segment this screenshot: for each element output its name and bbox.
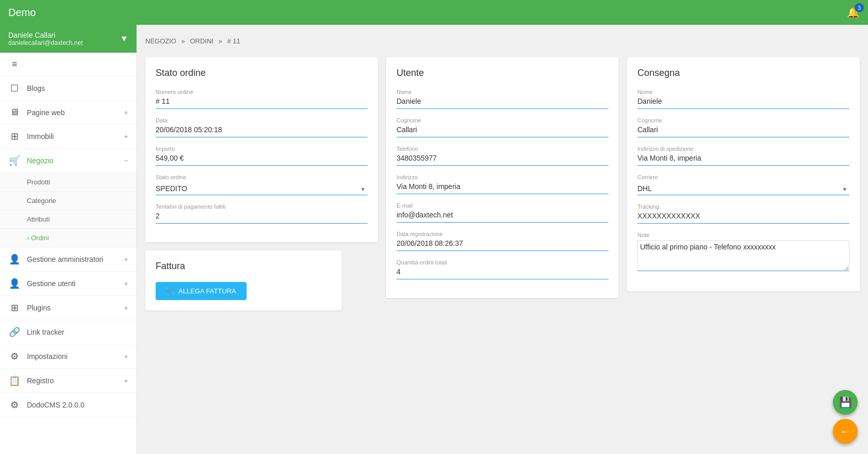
sidebar-item-label: Impostazioni: [27, 352, 68, 361]
plugins-icon: ⊞: [8, 302, 21, 314]
utente-nome-value: Daniele: [397, 97, 608, 109]
utente-indirizzo-group: Indirizzo Via Monti 8, imperia: [397, 174, 608, 194]
utente-email-group: E-mail info@daxtech.net: [397, 202, 608, 223]
consegna-corriere-group: Corriere DHL UPS FedEx GLS SDA: [637, 174, 849, 195]
negozio-submenu: Prodotti Categorie Attributi › Ordini: [0, 173, 136, 247]
consegna-nome-label: Nome: [637, 89, 849, 95]
consegna-note-group: Note Ufficio al primo piano - Telefono x…: [637, 232, 849, 273]
breadcrumb: NEGOZIO » ORDINI » # 11: [145, 33, 860, 49]
fab-container: 💾 ←: [833, 390, 858, 444]
consegna-note-input[interactable]: Ufficio al primo piano - Telefono xxxxxx…: [637, 240, 849, 271]
partial-icon: ≡: [8, 59, 21, 70]
plus-icon[interactable]: +: [124, 352, 128, 361]
sidebar-item-pagine-web[interactable]: 🖥 Pagine web +: [0, 101, 136, 124]
sidebar-item-label: Registro: [27, 377, 54, 385]
plus-icon[interactable]: +: [124, 255, 128, 263]
stato-select-wrapper: SPEDITO IN ATTESA CONFERMATO CONSEGNATO …: [156, 182, 368, 195]
sidebar-sub-prodotti[interactable]: Prodotti: [0, 173, 136, 192]
consegna-title: Consegna: [637, 68, 849, 79]
sidebar-item-registro[interactable]: 📋 Registro +: [0, 369, 136, 393]
back-button[interactable]: ←: [833, 419, 858, 444]
utente-quantita-label: Quantità ordini totali: [397, 259, 608, 265]
cards-grid: Stato ordine Numero ordine # 11 Data 20/…: [145, 57, 860, 310]
registro-icon: 📋: [8, 375, 21, 386]
link-icon: 🔗: [8, 326, 21, 338]
stato-label: Stato ordine: [156, 174, 368, 180]
main-content: NEGOZIO » ORDINI » # 11 Stato ordine Num…: [137, 25, 868, 454]
consegna-cognome-group: Cognome Callari: [637, 117, 849, 137]
data-label: Data: [156, 117, 368, 123]
sidebar-item-negozio[interactable]: 🛒 Negozio −: [0, 149, 136, 173]
back-icon: ←: [840, 426, 850, 437]
notifications-bell[interactable]: 🔔 3: [847, 6, 860, 19]
utente-telefono-label: Telefono: [397, 146, 608, 152]
sidebar-item-impostazioni[interactable]: ⚙ Impostazioni +: [0, 345, 136, 369]
attachment-icon: 📎: [166, 287, 174, 295]
plus-icon[interactable]: +: [124, 132, 128, 140]
pagine-web-icon: 🖥: [8, 107, 21, 118]
data-group: Data 20/06/2018 05:20:18: [156, 117, 368, 137]
numero-ordine-group: Numero ordine # 11: [156, 89, 368, 109]
consegna-indirizzo-label: Indirizzo di spedizione: [637, 146, 849, 152]
sidebar-sub-ordini[interactable]: › Ordini: [0, 229, 136, 247]
sidebar-item-label: Gestione amministratori: [27, 255, 103, 263]
utente-quantita-group: Quantità ordini totali 4: [397, 259, 608, 279]
allega-fattura-label: ALLEGA FATTURA: [178, 287, 236, 295]
utente-indirizzo-value: Via Monti 8, imperia: [397, 182, 608, 194]
sidebar-user[interactable]: Daniele Callari danielecallari@daxtech.n…: [0, 25, 136, 53]
sidebar-item-label: Pagine web: [27, 108, 65, 117]
user-name: Daniele Callari: [8, 31, 83, 39]
corriere-select-wrapper: DHL UPS FedEx GLS SDA: [637, 182, 849, 195]
save-button[interactable]: 💾: [833, 390, 858, 415]
breadcrumb-sep2: »: [219, 37, 222, 45]
consegna-corriere-label: Corriere: [637, 174, 849, 180]
consegna-indirizzo-value: Via Monti 8, imperia: [637, 154, 849, 166]
sidebar-item-blogs[interactable]: ☐ Blogs: [0, 76, 136, 101]
consegna-cognome-label: Cognome: [637, 117, 849, 123]
utente-data-reg-label: Data registrazione: [397, 231, 608, 237]
stato-select[interactable]: SPEDITO IN ATTESA CONFERMATO CONSEGNATO …: [156, 182, 368, 195]
breadcrumb-ordini[interactable]: ORDINI: [190, 37, 214, 45]
numero-ordine-value: # 11: [156, 97, 368, 109]
utente-email-label: E-mail: [397, 202, 608, 209]
sidebar-sub-categorie[interactable]: Categorie: [0, 192, 136, 210]
plus-icon[interactable]: +: [124, 108, 128, 117]
admin-icon: 👤: [8, 254, 21, 265]
allega-fattura-button[interactable]: 📎 ALLEGA FATTURA: [156, 282, 247, 300]
plus-icon[interactable]: +: [124, 279, 128, 288]
sidebar-item-gestione-amministratori[interactable]: 👤 Gestione amministratori +: [0, 247, 136, 272]
sidebar: Daniele Callari danielecallari@daxtech.n…: [0, 25, 137, 454]
users-icon: 👤: [8, 278, 21, 289]
utente-cognome-value: Callari: [397, 126, 608, 137]
sidebar-item-gestione-utenti[interactable]: 👤 Gestione utenti +: [0, 272, 136, 296]
utente-quantita-value: 4: [397, 268, 608, 279]
consegna-note-label: Note: [637, 232, 849, 238]
utente-telefono-value: 3480355977: [397, 154, 608, 166]
breadcrumb-negozio[interactable]: NEGOZIO: [145, 37, 176, 45]
app-title: Demo: [8, 7, 847, 19]
consegna-nome-group: Nome Daniele: [637, 89, 849, 109]
chevron-down-icon: ▼: [120, 34, 128, 43]
sidebar-sub-attributi[interactable]: Attributi: [0, 210, 136, 229]
tentativi-value: 2: [156, 212, 368, 224]
importo-group: Importo 549,00 €: [156, 146, 368, 166]
plus-icon[interactable]: +: [124, 304, 128, 312]
corriere-select[interactable]: DHL UPS FedEx GLS SDA: [637, 182, 849, 195]
plus-icon[interactable]: +: [124, 377, 128, 385]
blogs-icon: ☐: [8, 83, 21, 94]
topbar: Demo 🔔 3: [0, 0, 868, 25]
utente-nome-group: Nome Daniele: [397, 89, 608, 109]
utente-cognome-label: Cognome: [397, 117, 608, 123]
consegna-nome-value: Daniele: [637, 97, 849, 109]
sidebar-item-immobili[interactable]: ⊞ Immobili +: [0, 124, 136, 149]
sidebar-item-partial[interactable]: ≡: [0, 53, 136, 76]
stato-ordine-card: Stato ordine Numero ordine # 11 Data 20/…: [145, 57, 378, 242]
stato-ordine-title: Stato ordine: [156, 68, 368, 79]
fattura-card: Fattura 📎 ALLEGA FATTURA: [145, 251, 342, 310]
sidebar-item-plugins[interactable]: ⊞ Plugins +: [0, 296, 136, 320]
sidebar-item-dodocms[interactable]: ⚙ DodoCMS 2.0.0.0: [0, 393, 136, 417]
minus-icon[interactable]: −: [124, 156, 128, 165]
sidebar-item-link-tracker[interactable]: 🔗 Link tracker: [0, 320, 136, 345]
dodocms-icon: ⚙: [8, 399, 21, 411]
tentativi-group: Tentativi di pagamento falliti 2: [156, 203, 368, 224]
